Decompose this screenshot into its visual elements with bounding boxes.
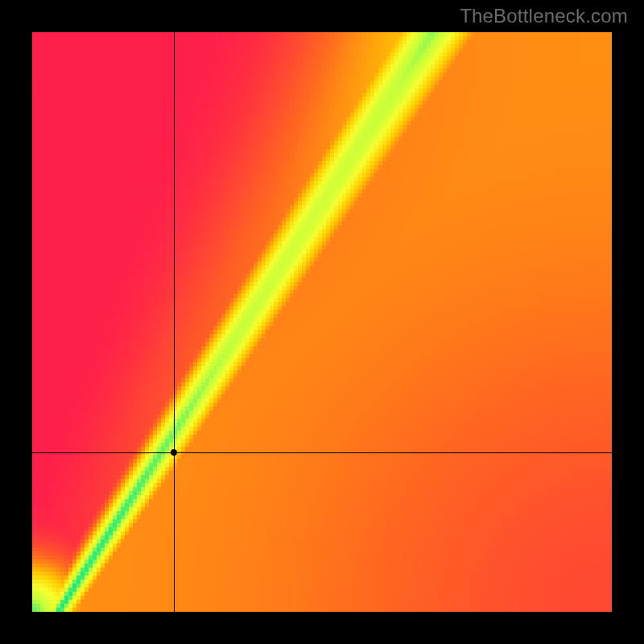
watermark-text: TheBottleneck.com bbox=[460, 5, 628, 27]
marker-dot bbox=[171, 449, 177, 456]
heatmap-plot bbox=[32, 32, 612, 612]
stage: TheBottleneck.com bbox=[0, 0, 644, 644]
crosshair-horizontal bbox=[32, 452, 612, 453]
heatmap-canvas bbox=[32, 32, 612, 612]
crosshair-vertical bbox=[174, 32, 175, 612]
